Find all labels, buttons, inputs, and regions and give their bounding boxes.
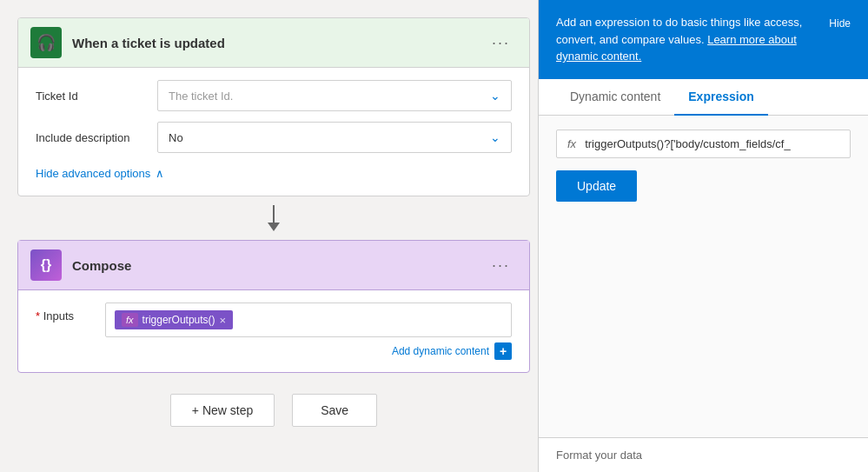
tab-expression[interactable]: Expression — [674, 79, 767, 116]
trigger-card: 🎧 When a ticket is updated ··· Ticket Id… — [17, 17, 530, 196]
expression-input-row: fx triggerOutputs()?['body/custom_fields… — [556, 130, 851, 158]
connector-line — [273, 205, 275, 223]
chevron-up-icon: ∧ — [156, 167, 164, 180]
main-canvas: 🎧 When a ticket is updated ··· Ticket Id… — [0, 0, 547, 472]
token-close-icon[interactable]: × — [220, 314, 227, 327]
connector-arrow-icon — [268, 223, 280, 231]
add-dynamic-row: Add dynamic content + — [105, 342, 512, 360]
token-label: triggerOutputs() — [142, 314, 215, 326]
inputs-required-star: * — [36, 309, 43, 322]
panel-info-text: Add an expression to do basic things lik… — [556, 14, 820, 65]
trigger-header-left: 🎧 When a ticket is updated — [30, 27, 225, 58]
panel-hide-label[interactable]: Hide — [829, 16, 851, 31]
compose-header-left: {} Compose — [30, 249, 131, 281]
inputs-field[interactable]: fx triggerOutputs() × — [105, 302, 512, 337]
ticket-id-row: Ticket Id The ticket Id. ⌄ — [36, 80, 512, 111]
compose-header: {} Compose ··· — [18, 241, 529, 290]
add-dynamic-button[interactable]: + — [494, 342, 512, 360]
hide-advanced-button[interactable]: Hide advanced options ∧ — [36, 163, 164, 183]
compose-icon: {} — [30, 249, 62, 281]
right-panel: Add an expression to do basic things lik… — [538, 0, 868, 472]
trigger-header: 🎧 When a ticket is updated ··· — [18, 18, 529, 68]
compose-ellipsis-button[interactable]: ··· — [485, 253, 517, 278]
inputs-row: * Inputs fx triggerOutputs() × Add dynam… — [36, 302, 512, 360]
inputs-container: fx triggerOutputs() × Add dynamic conten… — [105, 302, 512, 360]
new-step-button[interactable]: + New step — [170, 394, 275, 427]
ticket-id-placeholder: The ticket Id. — [169, 90, 233, 103]
fx-expression-label: fx — [567, 137, 576, 150]
format-text: Format your data — [539, 437, 868, 472]
include-description-row: Include description No ⌄ — [36, 122, 512, 153]
expression-value[interactable]: triggerOutputs()?['body/custom_fields/cf… — [585, 137, 839, 150]
trigger-icon: 🎧 — [30, 27, 62, 58]
include-description-value: No — [169, 131, 183, 144]
update-button[interactable]: Update — [556, 170, 637, 202]
inputs-label: * Inputs — [36, 302, 105, 322]
panel-info-banner: Add an expression to do basic things lik… — [539, 0, 868, 79]
trigger-ellipsis-button[interactable]: ··· — [485, 30, 517, 56]
compose-title: Compose — [72, 258, 131, 273]
add-dynamic-content-link[interactable]: Add dynamic content — [392, 345, 489, 357]
hide-advanced-label: Hide advanced options — [36, 167, 150, 180]
ticket-id-chevron-icon: ⌄ — [490, 89, 500, 103]
include-description-select[interactable]: No ⌄ — [157, 122, 512, 153]
ticket-id-input[interactable]: The ticket Id. ⌄ — [157, 80, 512, 111]
compose-card: {} Compose ··· * Inputs fx triggerOutput… — [17, 240, 530, 373]
ticket-id-label: Ticket Id — [36, 90, 157, 103]
compose-body: * Inputs fx triggerOutputs() × Add dynam… — [18, 290, 529, 372]
connector — [268, 205, 280, 231]
tab-dynamic-content[interactable]: Dynamic content — [556, 79, 674, 116]
include-description-label: Include description — [36, 131, 157, 144]
save-button[interactable]: Save — [292, 394, 377, 427]
panel-expression-area: fx triggerOutputs()?['body/custom_fields… — [539, 116, 868, 438]
action-buttons: + New step Save — [170, 394, 377, 427]
include-description-chevron-icon: ⌄ — [490, 130, 500, 144]
trigger-title: When a ticket is updated — [72, 36, 225, 50]
fx-icon: fx — [122, 313, 138, 327]
trigger-outputs-token[interactable]: fx triggerOutputs() × — [115, 310, 233, 329]
panel-tabs: Dynamic content Expression — [539, 79, 868, 116]
trigger-body: Ticket Id The ticket Id. ⌄ Include descr… — [18, 68, 529, 196]
